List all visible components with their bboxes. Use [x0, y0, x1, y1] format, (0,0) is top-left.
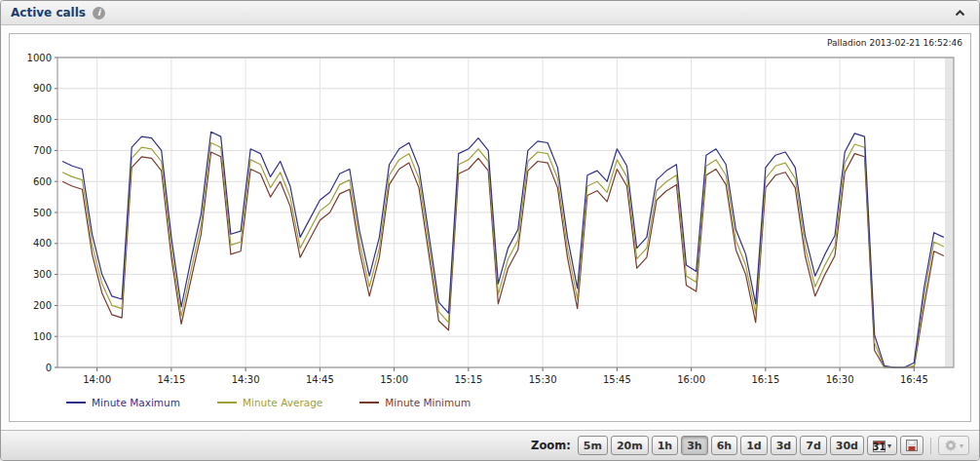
chart-watermark: Palladion 2013-02-21 16:52:46 [827, 38, 962, 48]
svg-text:14:15: 14:15 [157, 374, 185, 385]
legend-item: Minute Average [217, 397, 322, 408]
svg-text:14:45: 14:45 [306, 374, 334, 385]
panel-header: Active calls i [1, 1, 979, 25]
zoom-button-3h[interactable]: 3h [681, 436, 708, 455]
svg-text:100: 100 [33, 331, 52, 342]
legend-label: Minute Maximum [92, 397, 180, 408]
svg-text:16:00: 16:00 [677, 374, 705, 385]
svg-text:15:00: 15:00 [380, 374, 408, 385]
svg-text:31: 31 [873, 442, 886, 452]
chart-legend: Minute MaximumMinute AverageMinute Minim… [66, 397, 970, 408]
zoom-button-1h[interactable]: 1h [652, 436, 679, 455]
zoom-button-3d[interactable]: 3d [771, 436, 798, 455]
legend-swatch [66, 402, 86, 403]
legend-item: Minute Maximum [66, 397, 180, 408]
svg-text:0: 0 [46, 363, 52, 373]
zoom-button-1d[interactable]: 1d [740, 436, 768, 455]
toolbar: Zoom: 5m20m1h3h6h1d3d7d30d 31 ▾ ▾ [1, 430, 979, 460]
active-calls-panel: Active calls i Palladion 2013-02-21 16:5… [0, 0, 980, 461]
panel-body: Palladion 2013-02-21 16:52:46 0100200300… [1, 25, 979, 430]
svg-text:400: 400 [33, 238, 52, 249]
svg-text:900: 900 [33, 83, 52, 94]
zoom-button-5m[interactable]: 5m [578, 436, 608, 455]
svg-text:15:30: 15:30 [529, 374, 557, 385]
svg-text:16:45: 16:45 [900, 374, 928, 385]
svg-text:300: 300 [33, 269, 52, 280]
svg-text:16:30: 16:30 [826, 374, 854, 385]
zoom-buttons: 5m20m1h3h6h1d3d7d30d [578, 436, 864, 455]
svg-text:700: 700 [33, 145, 52, 156]
zoom-button-30d[interactable]: 30d [830, 436, 864, 455]
legend-label: Minute Minimum [385, 397, 471, 408]
svg-text:14:00: 14:00 [83, 374, 111, 385]
zoom-button-20m[interactable]: 20m [611, 436, 649, 455]
legend-label: Minute Average [243, 397, 322, 408]
gear-icon [944, 439, 958, 452]
active-calls-chart[interactable]: 0100200300400500600700800900100014:0014:… [11, 50, 969, 391]
svg-text:16:15: 16:15 [751, 374, 779, 385]
svg-text:500: 500 [33, 208, 52, 218]
svg-text:15:45: 15:45 [603, 374, 631, 385]
settings-dropdown-button[interactable]: ▾ [938, 436, 969, 455]
svg-text:800: 800 [33, 114, 52, 125]
legend-item: Minute Minimum [359, 397, 471, 408]
svg-text:15:15: 15:15 [454, 374, 482, 385]
toolbar-separator [930, 438, 931, 454]
zoom-button-6h[interactable]: 6h [711, 436, 738, 455]
info-icon[interactable]: i [93, 7, 105, 19]
save-icon [906, 440, 918, 451]
collapse-chevron-icon[interactable] [953, 8, 967, 19]
legend-swatch [217, 402, 237, 403]
svg-text:1000: 1000 [27, 53, 52, 63]
dropdown-arrow-icon: ▾ [887, 442, 891, 450]
calendar-icon: 31 [873, 440, 886, 452]
zoom-label: Zoom: [531, 439, 571, 452]
svg-text:14:30: 14:30 [232, 374, 260, 385]
svg-text:600: 600 [33, 176, 52, 187]
save-graph-button[interactable] [900, 436, 923, 455]
legend-swatch [359, 402, 379, 403]
svg-text:200: 200 [33, 300, 52, 311]
panel-title: Active calls [11, 6, 86, 19]
dropdown-arrow-icon: ▾ [960, 442, 963, 450]
chart-container: Palladion 2013-02-21 16:52:46 0100200300… [9, 33, 971, 422]
zoom-button-7d[interactable]: 7d [800, 436, 827, 455]
calendar-date-picker-button[interactable]: 31 ▾ [867, 436, 897, 455]
